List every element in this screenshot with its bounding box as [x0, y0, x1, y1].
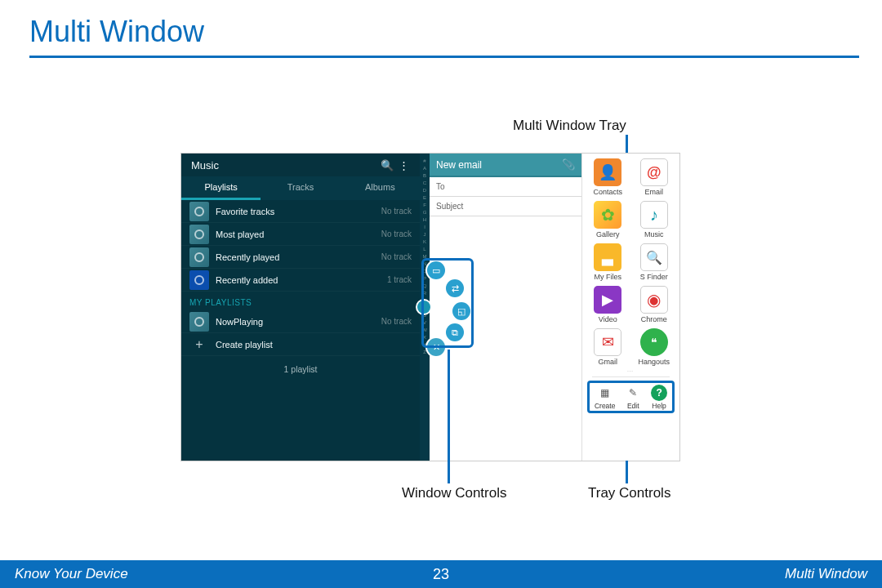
tray-control-edit[interactable]: ✎ Edit [625, 385, 641, 410]
music-tabs: Playlists Tracks Albums [181, 176, 420, 200]
device-screenshot: Music 🔍 ⋮ Playlists Tracks Albums Favori… [181, 154, 679, 461]
app-label: Music [644, 230, 664, 238]
create-playlist-row[interactable]: + Create playlist [181, 333, 420, 356]
email-title-bar: New email 📎 [430, 154, 581, 176]
more-icon[interactable]: ⋮ [395, 159, 412, 172]
contacts-icon: 👤 [594, 158, 621, 186]
tray-app-gmail[interactable]: Gmail [586, 328, 630, 366]
tc-label: Help [652, 402, 666, 410]
playlist-row[interactable]: Most played No track [181, 223, 420, 246]
folder-icon [594, 243, 621, 271]
window-control-drag-icon[interactable]: ⧉ [446, 323, 464, 341]
attach-icon[interactable]: 📎 [562, 158, 575, 171]
plus-icon: + [189, 335, 209, 354]
app-label: Video [599, 315, 617, 323]
tray-app-email[interactable]: Email [632, 158, 677, 196]
tray-app-chrome[interactable]: Chrome [632, 286, 677, 323]
app-label: S Finder [640, 273, 668, 281]
subject-field[interactable]: Subject [430, 197, 581, 216]
playlist-count: No track [381, 252, 412, 261]
album-icon [189, 247, 209, 267]
hangouts-icon [640, 328, 668, 356]
playlist-count: 1 track [387, 275, 412, 284]
tray-app-contacts[interactable]: 👤 Contacts [586, 158, 630, 196]
app-label: Hangouts [638, 358, 670, 366]
page-title: Multi Window [0, 0, 882, 56]
chrome-icon [640, 286, 668, 314]
my-playlists-header: MY PLAYLISTS [181, 292, 420, 310]
tray-app-hangouts[interactable]: Hangouts [632, 328, 677, 366]
playlist-name: Most played [216, 229, 381, 239]
tray-app-grid: 👤 Contacts Email Gallery Music My Files [586, 158, 676, 366]
app-label: Contacts [593, 188, 622, 196]
app-label: My Files [595, 273, 622, 281]
playlist-count: No track [381, 207, 412, 216]
album-icon [189, 225, 209, 244]
title-rule [29, 56, 859, 58]
music-icon [640, 201, 668, 229]
window-control-expand-icon[interactable]: ▭ [427, 261, 445, 279]
edit-icon: ✎ [625, 385, 641, 401]
leader-tray-controls [626, 461, 628, 483]
window-control-close-icon[interactable]: ✕ [427, 338, 445, 356]
album-icon [189, 312, 209, 332]
playlist-name: Favorite tracks [216, 207, 381, 216]
tab-albums[interactable]: Albums [341, 176, 420, 200]
help-icon: ? [651, 385, 667, 401]
create-playlist-label: Create playlist [216, 340, 412, 350]
music-app-pane: Music 🔍 ⋮ Playlists Tracks Albums Favori… [181, 154, 420, 461]
album-icon [189, 202, 209, 221]
playlist-row[interactable]: Favorite tracks No track [181, 200, 420, 223]
playlist-name: Recently added [216, 275, 387, 285]
video-icon [594, 286, 621, 314]
tray-app-gallery[interactable]: Gallery [586, 201, 630, 238]
multi-window-tray: 👤 Contacts Email Gallery Music My Files [581, 154, 679, 461]
tray-controls-highlight: ▦ Create ✎ Edit ? Help [587, 381, 675, 413]
callout-multi-window-tray: Multi Window Tray [513, 118, 626, 134]
album-icon [189, 270, 209, 290]
playlist-row[interactable]: NowPlaying No track [181, 310, 420, 333]
tray-app-sfinder[interactable]: S Finder [632, 243, 677, 281]
music-title-bar: Music 🔍 ⋮ [181, 154, 420, 176]
create-icon: ▦ [597, 385, 613, 401]
app-label: Gallery [596, 230, 620, 238]
tray-app-music[interactable]: Music [632, 201, 677, 238]
app-label: Gmail [598, 358, 617, 366]
playlist-row[interactable]: Recently added 1 track [181, 269, 420, 292]
leader-tray [626, 135, 628, 154]
email-icon [640, 158, 668, 186]
sfinder-icon [640, 243, 668, 271]
multi-window-handle[interactable] [417, 301, 430, 314]
callout-window-controls: Window Controls [402, 485, 507, 501]
callout-tray-controls: Tray Controls [588, 485, 670, 501]
tab-tracks[interactable]: Tracks [261, 176, 340, 200]
gmail-icon [594, 328, 621, 356]
playlist-name: Recently played [216, 252, 381, 262]
window-control-swap-icon[interactable]: ⇄ [446, 279, 464, 297]
playlist-summary: 1 playlist [181, 356, 420, 382]
email-title: New email [436, 159, 562, 171]
tray-control-create[interactable]: ▦ Create [595, 385, 616, 410]
playlist-count: No track [381, 229, 412, 238]
tray-control-help[interactable]: ? Help [651, 385, 667, 410]
tab-playlists[interactable]: Playlists [181, 176, 261, 200]
music-title: Music [191, 159, 379, 172]
tc-label: Create [595, 402, 616, 410]
app-label: Email [644, 188, 663, 196]
footer-right: Multi Window [449, 566, 882, 582]
window-control-popup-icon[interactable]: ◱ [452, 302, 470, 320]
divider [592, 376, 670, 377]
playlist-row[interactable]: Recently played No track [181, 246, 420, 269]
gallery-icon [594, 201, 621, 229]
footer-left: Know Your Device [0, 566, 433, 582]
tc-label: Edit [627, 402, 639, 410]
tray-app-myfiles[interactable]: My Files [586, 243, 630, 281]
tray-app-video[interactable]: Video [586, 286, 630, 323]
app-label: Chrome [641, 315, 667, 323]
tray-pager: … [586, 366, 676, 373]
footer-page: 23 [433, 566, 449, 583]
search-icon[interactable]: 🔍 [379, 159, 395, 172]
playlist-name: NowPlaying [216, 317, 381, 327]
to-field[interactable]: To [430, 177, 581, 197]
page-footer: Know Your Device 23 Multi Window [0, 560, 882, 588]
